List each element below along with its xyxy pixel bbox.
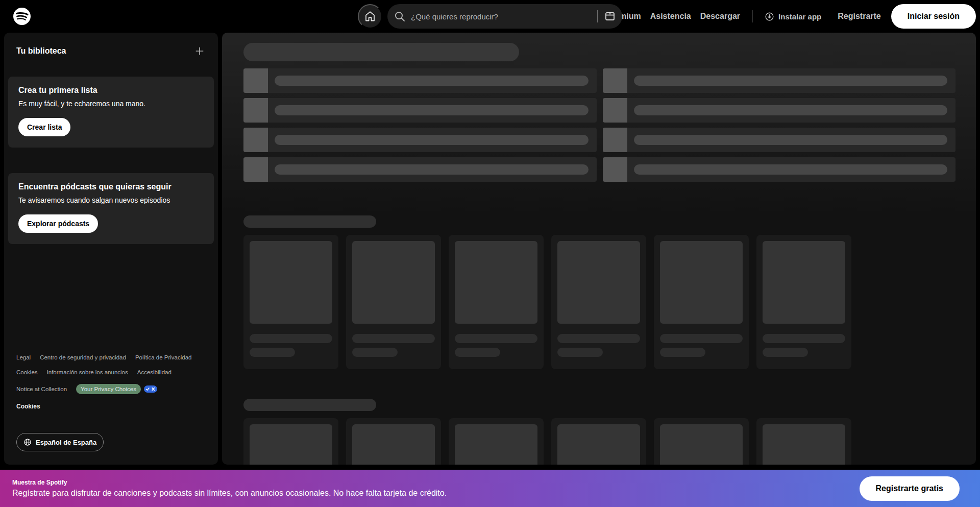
skeleton-card — [756, 418, 851, 465]
footer-link-about-ads[interactable]: Información sobre los anuncios — [47, 369, 128, 375]
skeleton-card — [346, 235, 441, 369]
login-button[interactable]: Iniciar sesión — [891, 4, 976, 29]
privacy-choices-label: Your Privacy Choices — [81, 386, 136, 392]
skeleton-row — [243, 157, 597, 182]
footer-links-row: Notice at Collection Your Privacy Choice… — [16, 384, 206, 394]
skeleton-row — [243, 128, 597, 152]
download-circle-icon — [765, 12, 774, 21]
search-input[interactable] — [411, 12, 593, 21]
find-podcasts-title: Encuentra pódcasts que quieras seguir — [18, 182, 204, 191]
nav-download[interactable]: Descargar — [700, 12, 740, 21]
topbar: Premium Asistencia Descargar Instalar ap… — [0, 0, 980, 33]
cookies-settings-link[interactable]: Cookies — [16, 403, 40, 410]
footer-link-privacy-policy[interactable]: Política de Privacidad — [135, 354, 192, 360]
footer-links-row: Legal Centro de seguridad y privacidad P… — [16, 354, 206, 360]
skeleton-card — [654, 235, 749, 369]
add-playlist-button[interactable] — [191, 43, 208, 59]
nav-support[interactable]: Asistencia — [650, 12, 691, 21]
create-playlist-title: Crea tu primera lista — [18, 86, 204, 95]
spotify-logo[interactable] — [13, 8, 31, 25]
topbar-nav: Premium Asistencia Descargar Instalar ap… — [601, 4, 976, 29]
skeleton-row — [243, 98, 597, 123]
find-podcasts-body: Te avisaremos cuando salgan nuevos episo… — [18, 196, 204, 204]
sidebar-footer: Legal Centro de seguridad y privacidad P… — [4, 354, 218, 419]
install-app-label: Instalar app — [778, 12, 821, 21]
banner-subtitle: Regístrate para disfrutar de canciones y… — [12, 489, 447, 498]
skeleton-card-row — [243, 235, 955, 369]
skeleton-card — [551, 418, 646, 465]
footer-link-cookies[interactable]: Cookies — [16, 369, 38, 375]
create-playlist-button[interactable]: Crear lista — [18, 118, 70, 136]
install-app-link[interactable]: Instalar app — [765, 12, 821, 21]
sidebar: Tu biblioteca Crea tu primera lista Es m… — [4, 33, 218, 465]
signup-link[interactable]: Registrarte — [838, 12, 880, 21]
skeleton-section-title — [243, 215, 376, 228]
search-box[interactable] — [387, 4, 622, 29]
signup-banner: Muestra de Spotify Regístrate para disfr… — [0, 470, 980, 507]
skeleton-card — [346, 418, 441, 465]
footer-link-accessibility[interactable]: Accesibilidad — [137, 369, 172, 375]
skeleton-card — [654, 418, 749, 465]
search-divider — [597, 10, 598, 22]
create-playlist-body: Es muy fácil, y te echaremos una mano. — [18, 100, 204, 108]
topbar-divider — [752, 10, 752, 22]
banner-text: Muestra de Spotify Regístrate para disfr… — [12, 479, 447, 498]
footer-link-legal[interactable]: Legal — [16, 354, 31, 360]
search-icon — [394, 10, 406, 22]
footer-link-safety-privacy-center[interactable]: Centro de seguridad y privacidad — [40, 354, 126, 360]
skeleton-card — [243, 418, 338, 465]
plus-icon — [194, 46, 205, 56]
skeleton-card-row — [243, 418, 955, 465]
footer-link-notice-at-collection[interactable]: Notice at Collection — [16, 386, 67, 392]
skeleton-row — [603, 68, 956, 93]
privacy-choices-badge[interactable]: Your Privacy Choices — [76, 384, 141, 394]
language-button[interactable]: Español de España — [16, 433, 104, 451]
skeleton-shortcut-grid — [243, 68, 955, 182]
privacy-choices-icon — [144, 385, 157, 393]
skeleton-card — [449, 418, 544, 465]
skeleton-row — [243, 68, 597, 93]
skeleton-row — [603, 98, 956, 123]
find-podcasts-card: Encuentra pódcasts que quieras seguir Te… — [8, 173, 214, 244]
skeleton-card — [449, 235, 544, 369]
skeleton-card — [551, 235, 646, 369]
home-button[interactable] — [358, 4, 382, 29]
signup-free-button[interactable]: Registrarte gratis — [860, 476, 960, 501]
create-playlist-card: Crea tu primera lista Es muy fácil, y te… — [8, 77, 214, 148]
topbar-center — [358, 4, 622, 29]
library-title: Tu biblioteca — [16, 46, 66, 56]
skeleton-row — [603, 128, 956, 152]
language-label: Español de España — [36, 439, 96, 446]
skeleton-page-title — [243, 43, 519, 61]
banner-title: Muestra de Spotify — [12, 479, 447, 486]
footer-links-row: Cookies Información sobre los anuncios A… — [16, 369, 206, 375]
skeleton-section — [243, 215, 955, 369]
home-icon — [364, 10, 376, 22]
browse-icon[interactable] — [604, 10, 616, 22]
library-header: Tu biblioteca — [4, 33, 218, 63]
main-panel — [222, 33, 976, 465]
skeleton-card — [756, 235, 851, 369]
skeleton-row — [603, 157, 956, 182]
skeleton-section — [243, 399, 955, 465]
explore-podcasts-button[interactable]: Explorar pódcasts — [18, 214, 98, 233]
skeleton-section-title — [243, 399, 376, 411]
footer-links-row: Cookies — [16, 403, 206, 410]
globe-icon — [23, 438, 32, 446]
spotify-logo-icon — [13, 8, 31, 25]
skeleton-card — [243, 235, 338, 369]
